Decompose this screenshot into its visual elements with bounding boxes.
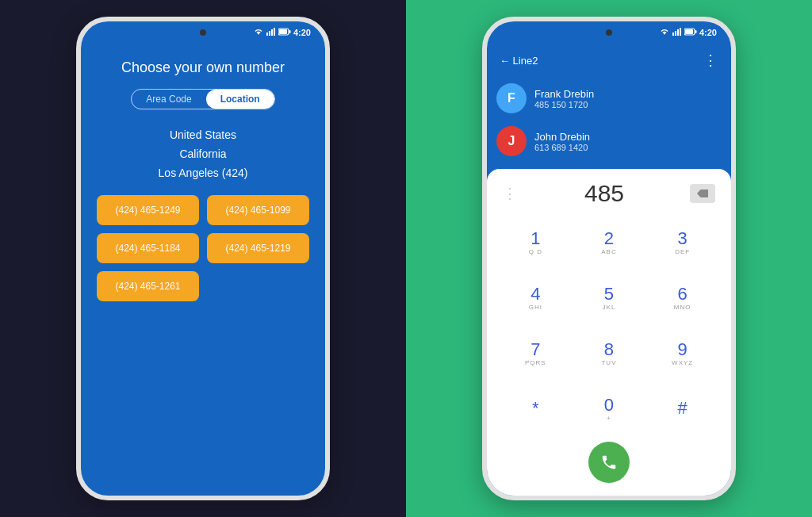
right-status-bar: 4:20 bbox=[487, 21, 731, 44]
dial-key-1[interactable]: 1 Q D bbox=[500, 215, 572, 269]
svg-rect-10 bbox=[680, 28, 681, 36]
dialpad-grid: 1 Q D 2 ABC 3 DEF 4 GHI bbox=[493, 215, 725, 435]
battery-icon bbox=[278, 28, 291, 37]
contact-initial-frank: F bbox=[508, 91, 515, 105]
dial-number-7: 7 bbox=[530, 339, 540, 360]
location-item-city[interactable]: Los Angeles (424) bbox=[97, 163, 309, 182]
dial-key-8[interactable]: 8 TUV bbox=[573, 326, 645, 380]
dial-key-5[interactable]: 5 JKL bbox=[573, 270, 645, 324]
right-phone-frame: 4:20 ← Line2 ⋮ F Frank Drebin 485 150 bbox=[482, 17, 736, 500]
phone-number-btn-4[interactable]: (424) 465-1261 bbox=[97, 271, 199, 301]
dialpad-input: 485 bbox=[519, 180, 690, 207]
svg-rect-0 bbox=[266, 33, 268, 36]
right-camera-dot bbox=[606, 29, 612, 36]
phone-number-btn-3[interactable]: (424) 465-1219 bbox=[207, 233, 309, 263]
contact-avatar-john: J bbox=[496, 126, 527, 156]
contact-item-john[interactable]: J John Drebin 613 689 1420 bbox=[496, 120, 722, 163]
dial-key-9[interactable]: 9 WXYZ bbox=[646, 326, 718, 380]
svg-rect-12 bbox=[695, 30, 696, 33]
tab-toggle: Area Code Location bbox=[131, 89, 274, 109]
dial-key-hash[interactable]: # bbox=[646, 381, 718, 435]
dial-key-4[interactable]: 4 GHI bbox=[500, 270, 572, 324]
phone-numbers-grid: (424) 465-1249 (424) 465-1099 (424) 465-… bbox=[97, 195, 309, 301]
screen-title: Choose your own number bbox=[121, 59, 285, 76]
location-item-state[interactable]: California bbox=[97, 144, 309, 163]
tab-location[interactable]: Location bbox=[206, 90, 274, 109]
dialpad-input-row: ⋮ 485 bbox=[493, 177, 725, 215]
dialpad-backspace-button[interactable] bbox=[690, 184, 715, 203]
right-panel: 4:20 ← Line2 ⋮ F Frank Drebin 485 150 bbox=[406, 0, 812, 517]
left-panel: 4:20 Choose your own number Area Code Lo… bbox=[0, 0, 406, 517]
signal-icon bbox=[266, 28, 276, 37]
phone-number-btn-2[interactable]: (424) 465-1184 bbox=[97, 233, 199, 263]
dial-number-3: 3 bbox=[678, 228, 688, 249]
right-wifi-icon bbox=[659, 28, 670, 37]
dial-number-9: 9 bbox=[678, 339, 688, 360]
dial-number-5: 5 bbox=[604, 284, 614, 304]
svg-rect-6 bbox=[279, 29, 287, 34]
wifi-icon bbox=[253, 28, 264, 37]
dialpad-section: ⋮ 485 1 Q D 2 ABC bbox=[487, 169, 731, 496]
dial-number-8: 8 bbox=[604, 339, 614, 360]
dial-key-6[interactable]: 6 MNO bbox=[646, 270, 718, 324]
dial-number-2: 2 bbox=[604, 228, 614, 249]
status-right: 4:20 bbox=[253, 28, 311, 37]
dial-number-4: 4 bbox=[530, 284, 540, 304]
camera-notch bbox=[200, 29, 206, 36]
svg-rect-7 bbox=[672, 33, 674, 36]
dial-letters-7: PQRS bbox=[525, 360, 546, 366]
dial-letters-2: ABC bbox=[601, 249, 616, 255]
phone-number-btn-1[interactable]: (424) 465-1099 bbox=[207, 195, 309, 225]
app-header: ← Line2 ⋮ bbox=[487, 44, 731, 77]
contact-name-john: John Drebin bbox=[534, 131, 590, 143]
right-screen: ← Line2 ⋮ F Frank Drebin 485 150 1720 bbox=[487, 44, 731, 496]
dial-key-2[interactable]: 2 ABC bbox=[573, 215, 645, 269]
dial-letters-4: GHI bbox=[529, 304, 542, 311]
dial-letters-0: + bbox=[607, 416, 611, 422]
dial-letters-6: MNO bbox=[674, 304, 691, 311]
contact-item-frank[interactable]: F Frank Drebin 485 150 1720 bbox=[496, 77, 722, 120]
phone-number-btn-0[interactable]: (424) 465-1249 bbox=[97, 195, 199, 225]
more-menu-icon[interactable]: ⋮ bbox=[703, 52, 718, 69]
right-camera-notch bbox=[606, 29, 612, 36]
dial-number-6: 6 bbox=[678, 284, 688, 304]
left-status-bar: 4:20 bbox=[81, 21, 325, 44]
dial-key-star[interactable]: * bbox=[500, 381, 572, 435]
dial-letters-1: Q D bbox=[529, 249, 542, 255]
contact-number-frank: 485 150 1720 bbox=[534, 100, 594, 109]
dialpad-options-icon[interactable]: ⋮ bbox=[503, 185, 519, 202]
svg-rect-8 bbox=[675, 31, 676, 36]
contact-name-frank: Frank Drebin bbox=[534, 88, 594, 100]
call-button[interactable] bbox=[588, 442, 630, 483]
svg-rect-2 bbox=[271, 29, 273, 36]
contact-initial-john: J bbox=[508, 134, 515, 148]
svg-rect-3 bbox=[274, 28, 275, 36]
right-signal-icon bbox=[672, 28, 682, 37]
dial-key-0[interactable]: 0 + bbox=[573, 381, 645, 435]
dial-key-3[interactable]: 3 DEF bbox=[646, 215, 718, 269]
location-list: United States California Los Angeles (42… bbox=[97, 125, 309, 182]
camera-dot bbox=[200, 29, 206, 36]
svg-rect-1 bbox=[269, 31, 270, 36]
dial-letters-9: WXYZ bbox=[672, 360, 693, 366]
dial-number-star: * bbox=[532, 398, 539, 419]
dial-key-7[interactable]: 7 PQRS bbox=[500, 326, 572, 380]
dial-letters-5: JKL bbox=[603, 304, 616, 311]
left-time: 4:20 bbox=[293, 28, 311, 37]
right-status-right: 4:20 bbox=[659, 28, 717, 37]
svg-rect-5 bbox=[289, 30, 290, 33]
right-battery-icon bbox=[684, 28, 697, 37]
dial-number-0: 0 bbox=[604, 395, 614, 416]
location-item-country[interactable]: United States bbox=[97, 125, 309, 144]
left-phone-frame: 4:20 Choose your own number Area Code Lo… bbox=[76, 17, 330, 500]
contact-list: F Frank Drebin 485 150 1720 J John Drebi… bbox=[487, 77, 731, 169]
back-button[interactable]: ← Line2 bbox=[500, 55, 538, 67]
tab-area-code[interactable]: Area Code bbox=[132, 90, 205, 109]
dial-letters-3: DEF bbox=[675, 249, 690, 255]
dial-number-1: 1 bbox=[530, 228, 540, 249]
svg-rect-9 bbox=[677, 29, 679, 36]
dial-number-hash: # bbox=[678, 398, 688, 419]
contact-avatar-frank: F bbox=[496, 83, 527, 113]
contact-info-john: John Drebin 613 689 1420 bbox=[534, 131, 590, 152]
svg-rect-13 bbox=[685, 29, 693, 34]
